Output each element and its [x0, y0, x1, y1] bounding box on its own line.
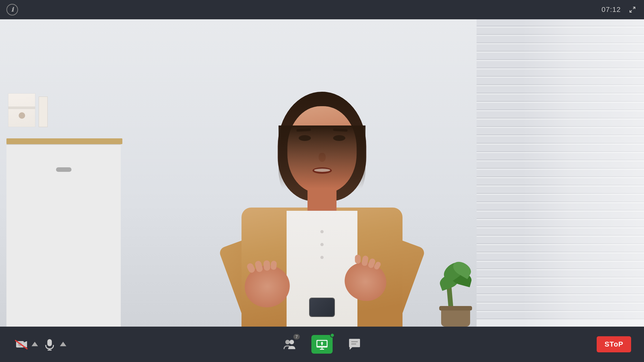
share-screen-button[interactable]: [311, 335, 333, 354]
cabinet-handle: [56, 167, 71, 172]
shelf-box-2: [39, 97, 48, 127]
self-view-thumbnail: [309, 298, 335, 317]
participants-icon: 7: [280, 335, 298, 353]
participants-badge: 7: [293, 334, 300, 339]
shelf-surface: [6, 138, 122, 144]
top-bar: ℹ 07:12: [0, 0, 644, 19]
chat-icon: [346, 335, 364, 353]
camera-caret[interactable]: [31, 340, 39, 348]
camera-button[interactable]: [13, 336, 30, 353]
share-screen-icon-wrap: [311, 335, 333, 354]
participants-button[interactable]: 7: [280, 335, 298, 353]
minimize-button[interactable]: [627, 5, 638, 15]
svg-marker-10: [60, 342, 66, 346]
person-figure: [219, 82, 425, 327]
info-button[interactable]: ℹ: [6, 4, 18, 15]
chat-button[interactable]: [346, 335, 364, 353]
share-active-indicator: [330, 333, 335, 338]
left-controls: [13, 336, 67, 353]
stop-button[interactable]: SToP: [597, 336, 631, 352]
svg-rect-7: [47, 339, 52, 346]
svg-point-11: [285, 340, 290, 344]
right-controls: SToP: [597, 336, 631, 352]
plant: [435, 243, 493, 327]
top-right-controls: 07:12: [601, 5, 638, 15]
svg-point-12: [289, 340, 294, 344]
shelf-area: [0, 84, 135, 327]
video-participant: [177, 19, 467, 327]
window-light: [522, 19, 644, 327]
mic-control-group: [41, 336, 67, 353]
shelf-box-1: [8, 93, 35, 127]
center-controls: 7: [280, 335, 364, 354]
window-blinds: [477, 19, 644, 327]
mic-caret[interactable]: [59, 340, 67, 348]
cabinet-body: [6, 144, 121, 327]
bottom-bar: 7: [0, 327, 644, 362]
mic-icon: [41, 336, 58, 353]
info-icon-label: ℹ: [11, 6, 14, 13]
camera-control-group: [13, 336, 39, 353]
mic-button[interactable]: [41, 336, 58, 353]
person-hair-front: [279, 125, 365, 216]
top-left-controls: ℹ: [6, 4, 18, 15]
call-timer: 07:12: [601, 5, 621, 14]
video-area: [0, 19, 644, 327]
camera-off-icon: [13, 336, 30, 353]
svg-marker-6: [32, 342, 38, 346]
